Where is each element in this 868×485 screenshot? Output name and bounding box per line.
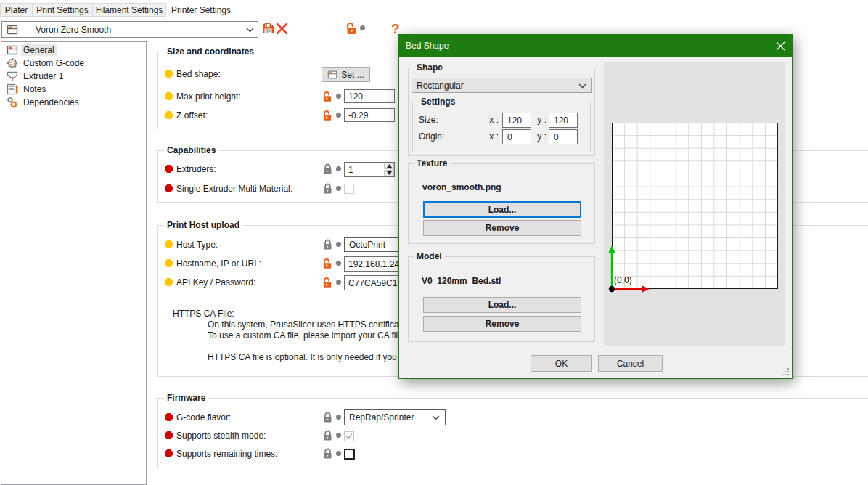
delete-preset-icon[interactable]	[276, 23, 288, 35]
chevron-down-icon	[578, 83, 586, 89]
select-value: RepRap/Sprinter	[349, 412, 414, 423]
remaining-times-checkbox[interactable]	[344, 449, 355, 460]
sidebar-item-custom-gcode[interactable]: Custom G-code	[1, 57, 146, 70]
field-value: 120	[507, 115, 522, 126]
value-changed-dot	[336, 280, 341, 285]
texture-load-button[interactable]: Load...	[423, 201, 581, 218]
shape-select[interactable]: Rectangular	[412, 78, 592, 93]
resize-grip[interactable]	[782, 368, 790, 376]
tab-filament-settings-label: Filament Settings	[96, 5, 163, 15]
spinner-up-button[interactable]	[384, 163, 394, 169]
field-value: 1	[348, 165, 353, 175]
stealth-mode-checkbox[interactable]	[344, 431, 354, 441]
option-label-stealth-mode: Supports stealth mode:	[176, 431, 266, 441]
tab-plater-label: Plater	[5, 5, 28, 15]
printer-icon	[7, 24, 18, 36]
unlocked-icon[interactable]	[322, 110, 333, 121]
single-extruder-mm-checkbox[interactable]	[344, 184, 354, 194]
model-remove-button[interactable]: Remove	[423, 316, 581, 332]
preset-combobox[interactable]: Voron Zero Smooth	[1, 21, 258, 38]
option-label-extruders: Extruders:	[176, 164, 216, 174]
group-title: Texture	[414, 158, 450, 168]
spinner-down-button[interactable]	[384, 170, 394, 176]
dialog-titlebar[interactable]: Bed Shape	[399, 35, 792, 57]
tab-plater[interactable]: Plater	[0, 3, 33, 17]
value-changed-dot	[336, 242, 341, 247]
unlocked-icon[interactable]	[345, 22, 357, 35]
triangle-up-icon	[387, 164, 392, 168]
group-title: Model	[414, 251, 445, 261]
button-label: Load...	[488, 300, 517, 310]
sidebar-item-label: Custom G-code	[21, 57, 86, 69]
size-y-field[interactable]: 120	[549, 113, 578, 128]
group-title: Size and coordinates	[164, 46, 257, 57]
group-title: Print Host upload	[164, 220, 242, 230]
close-icon[interactable]	[776, 41, 785, 51]
field-value: 0	[554, 132, 559, 142]
funnel-icon	[7, 70, 18, 82]
button-label: Load...	[488, 205, 517, 215]
value-changed-dot	[336, 186, 341, 191]
cancel-button[interactable]: Cancel	[598, 355, 663, 372]
value-changed-dot	[336, 166, 341, 171]
locked-icon[interactable]	[323, 412, 332, 423]
origin-coordinates-label: (0,0)	[614, 275, 632, 285]
model-load-button[interactable]: Load...	[423, 297, 581, 313]
prusaslicer-window: Plater Print Settings Filament Settings …	[0, 0, 868, 485]
printer-icon	[7, 44, 18, 56]
locked-icon[interactable]	[323, 239, 332, 250]
option-label-z-offset: Z offset:	[176, 110, 208, 121]
locked-icon[interactable]	[323, 430, 332, 441]
tab-print-settings[interactable]: Print Settings	[32, 3, 93, 17]
locked-icon[interactable]	[323, 448, 332, 460]
sidebar-item-label: Dependencies	[21, 97, 81, 108]
printer-icon	[327, 70, 337, 80]
sidebar-item-dependencies[interactable]: Dependencies	[1, 96, 146, 109]
option-label-remaining-times: Supports remaining times:	[176, 449, 277, 459]
chevron-down-icon	[246, 28, 254, 33]
save-preset-icon[interactable]	[262, 23, 274, 35]
option-label-single-extruder-mm: Single Extruder Multi Material:	[176, 184, 292, 194]
locked-icon[interactable]	[323, 163, 332, 175]
button-label: Remove	[486, 319, 520, 329]
button-label: Remove	[486, 223, 520, 233]
sidebar-item-general[interactable]: General	[1, 44, 146, 57]
z-offset-field[interactable]: -0.29	[344, 108, 395, 122]
field-value: 120	[348, 91, 363, 102]
origin-x-label: x :	[483, 131, 499, 142]
size-y-label: y :	[531, 115, 546, 125]
select-value: Rectangular	[417, 81, 464, 91]
unlocked-icon[interactable]	[322, 258, 333, 269]
tab-filament-settings[interactable]: Filament Settings	[92, 3, 166, 17]
value-changed-dot	[360, 25, 365, 30]
field-value: 0	[507, 132, 512, 142]
option-bullet	[165, 413, 173, 421]
tab-printer-settings-label: Printer Settings	[171, 5, 231, 15]
tab-printer-settings[interactable]: Printer Settings	[168, 1, 234, 18]
bed-shape-set-button[interactable]: Set ...	[322, 67, 370, 82]
gcode-flavor-select[interactable]: RepRap/Sprinter	[344, 409, 446, 425]
field-value: -0.29	[348, 110, 368, 121]
unlocked-icon[interactable]	[322, 277, 333, 288]
sidebar-item-extruder-1[interactable]: Extruder 1	[1, 70, 146, 83]
size-label: Size:	[419, 115, 438, 125]
locked-icon[interactable]	[323, 183, 332, 195]
texture-filename: voron_smooth.png	[422, 182, 501, 192]
group-title: Shape	[414, 62, 446, 73]
sidebar-item-notes[interactable]: Notes	[1, 83, 146, 96]
unlocked-icon[interactable]	[322, 91, 333, 102]
texture-remove-button[interactable]: Remove	[423, 220, 581, 236]
tab-print-settings-label: Print Settings	[36, 5, 88, 15]
option-label-gcode-flavor: G-code flavor:	[176, 412, 231, 423]
triangle-down-icon	[387, 171, 392, 175]
bed-shape-dialog: Bed Shape Shape Rectangular Settings Siz…	[398, 34, 793, 379]
origin-y-field[interactable]: 0	[549, 129, 578, 144]
field-value: 192.168.1.24	[348, 259, 399, 269]
option-label-bed-shape: Bed shape:	[176, 69, 221, 79]
size-x-field[interactable]: 120	[502, 113, 531, 128]
ok-button[interactable]: OK	[531, 355, 592, 372]
size-x-label: x :	[483, 115, 499, 125]
max-print-height-field[interactable]: 120	[344, 89, 395, 103]
value-changed-dot	[336, 113, 341, 118]
origin-x-field[interactable]: 0	[502, 129, 531, 144]
